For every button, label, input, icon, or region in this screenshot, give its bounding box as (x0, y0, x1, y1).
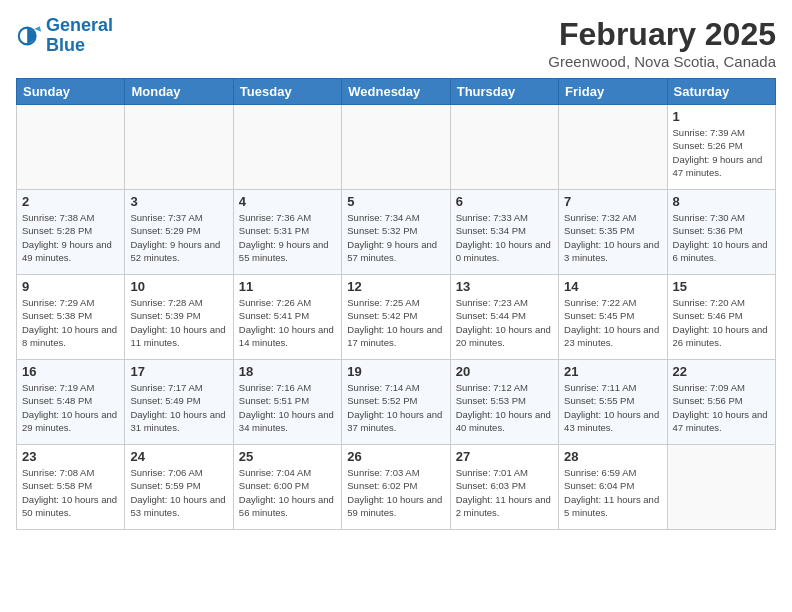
day-number: 18 (239, 364, 336, 379)
location-title: Greenwood, Nova Scotia, Canada (548, 53, 776, 70)
day-info: Sunrise: 7:30 AM Sunset: 5:36 PM Dayligh… (673, 211, 770, 264)
day-info: Sunrise: 7:37 AM Sunset: 5:29 PM Dayligh… (130, 211, 227, 264)
calendar-cell (342, 105, 450, 190)
week-row-3: 9Sunrise: 7:29 AM Sunset: 5:38 PM Daylig… (17, 275, 776, 360)
calendar-cell: 9Sunrise: 7:29 AM Sunset: 5:38 PM Daylig… (17, 275, 125, 360)
day-info: Sunrise: 7:03 AM Sunset: 6:02 PM Dayligh… (347, 466, 444, 519)
calendar-cell: 26Sunrise: 7:03 AM Sunset: 6:02 PM Dayli… (342, 445, 450, 530)
calendar-cell: 25Sunrise: 7:04 AM Sunset: 6:00 PM Dayli… (233, 445, 341, 530)
calendar-cell: 2Sunrise: 7:38 AM Sunset: 5:28 PM Daylig… (17, 190, 125, 275)
day-number: 3 (130, 194, 227, 209)
calendar-cell: 12Sunrise: 7:25 AM Sunset: 5:42 PM Dayli… (342, 275, 450, 360)
day-header-saturday: Saturday (667, 79, 775, 105)
calendar-cell: 16Sunrise: 7:19 AM Sunset: 5:48 PM Dayli… (17, 360, 125, 445)
calendar-cell (17, 105, 125, 190)
day-info: Sunrise: 7:11 AM Sunset: 5:55 PM Dayligh… (564, 381, 661, 434)
day-info: Sunrise: 7:09 AM Sunset: 5:56 PM Dayligh… (673, 381, 770, 434)
day-number: 12 (347, 279, 444, 294)
day-number: 8 (673, 194, 770, 209)
day-header-sunday: Sunday (17, 79, 125, 105)
logo-line1: General (46, 15, 113, 35)
calendar-cell: 18Sunrise: 7:16 AM Sunset: 5:51 PM Dayli… (233, 360, 341, 445)
calendar-cell: 8Sunrise: 7:30 AM Sunset: 5:36 PM Daylig… (667, 190, 775, 275)
calendar-cell (559, 105, 667, 190)
logo-text: General Blue (46, 16, 113, 56)
day-info: Sunrise: 7:36 AM Sunset: 5:31 PM Dayligh… (239, 211, 336, 264)
calendar-cell: 3Sunrise: 7:37 AM Sunset: 5:29 PM Daylig… (125, 190, 233, 275)
day-number: 13 (456, 279, 553, 294)
calendar-cell: 27Sunrise: 7:01 AM Sunset: 6:03 PM Dayli… (450, 445, 558, 530)
calendar-cell: 14Sunrise: 7:22 AM Sunset: 5:45 PM Dayli… (559, 275, 667, 360)
day-info: Sunrise: 7:06 AM Sunset: 5:59 PM Dayligh… (130, 466, 227, 519)
day-info: Sunrise: 7:12 AM Sunset: 5:53 PM Dayligh… (456, 381, 553, 434)
calendar-cell: 24Sunrise: 7:06 AM Sunset: 5:59 PM Dayli… (125, 445, 233, 530)
day-info: Sunrise: 7:28 AM Sunset: 5:39 PM Dayligh… (130, 296, 227, 349)
day-number: 26 (347, 449, 444, 464)
day-number: 27 (456, 449, 553, 464)
day-header-tuesday: Tuesday (233, 79, 341, 105)
calendar-cell: 4Sunrise: 7:36 AM Sunset: 5:31 PM Daylig… (233, 190, 341, 275)
calendar-cell (233, 105, 341, 190)
calendar-cell: 7Sunrise: 7:32 AM Sunset: 5:35 PM Daylig… (559, 190, 667, 275)
calendar-cell: 5Sunrise: 7:34 AM Sunset: 5:32 PM Daylig… (342, 190, 450, 275)
day-number: 15 (673, 279, 770, 294)
calendar-cell: 6Sunrise: 7:33 AM Sunset: 5:34 PM Daylig… (450, 190, 558, 275)
day-number: 7 (564, 194, 661, 209)
calendar-cell: 10Sunrise: 7:28 AM Sunset: 5:39 PM Dayli… (125, 275, 233, 360)
day-number: 24 (130, 449, 227, 464)
day-info: Sunrise: 7:17 AM Sunset: 5:49 PM Dayligh… (130, 381, 227, 434)
day-info: Sunrise: 7:16 AM Sunset: 5:51 PM Dayligh… (239, 381, 336, 434)
day-info: Sunrise: 7:08 AM Sunset: 5:58 PM Dayligh… (22, 466, 119, 519)
month-title: February 2025 (548, 16, 776, 53)
calendar-cell: 19Sunrise: 7:14 AM Sunset: 5:52 PM Dayli… (342, 360, 450, 445)
week-row-5: 23Sunrise: 7:08 AM Sunset: 5:58 PM Dayli… (17, 445, 776, 530)
day-number: 20 (456, 364, 553, 379)
day-header-wednesday: Wednesday (342, 79, 450, 105)
day-number: 16 (22, 364, 119, 379)
day-header-thursday: Thursday (450, 79, 558, 105)
day-number: 21 (564, 364, 661, 379)
header: General Blue February 2025 Greenwood, No… (16, 16, 776, 70)
calendar-cell: 15Sunrise: 7:20 AM Sunset: 5:46 PM Dayli… (667, 275, 775, 360)
day-info: Sunrise: 7:22 AM Sunset: 5:45 PM Dayligh… (564, 296, 661, 349)
logo-line2: Blue (46, 35, 85, 55)
day-number: 9 (22, 279, 119, 294)
calendar-cell (125, 105, 233, 190)
day-number: 25 (239, 449, 336, 464)
week-row-1: 1Sunrise: 7:39 AM Sunset: 5:26 PM Daylig… (17, 105, 776, 190)
day-number: 6 (456, 194, 553, 209)
day-number: 19 (347, 364, 444, 379)
day-number: 2 (22, 194, 119, 209)
calendar-cell: 22Sunrise: 7:09 AM Sunset: 5:56 PM Dayli… (667, 360, 775, 445)
calendar-cell: 1Sunrise: 7:39 AM Sunset: 5:26 PM Daylig… (667, 105, 775, 190)
calendar-cell: 21Sunrise: 7:11 AM Sunset: 5:55 PM Dayli… (559, 360, 667, 445)
day-number: 1 (673, 109, 770, 124)
calendar-cell: 20Sunrise: 7:12 AM Sunset: 5:53 PM Dayli… (450, 360, 558, 445)
day-info: Sunrise: 7:23 AM Sunset: 5:44 PM Dayligh… (456, 296, 553, 349)
day-number: 17 (130, 364, 227, 379)
day-info: Sunrise: 7:01 AM Sunset: 6:03 PM Dayligh… (456, 466, 553, 519)
day-info: Sunrise: 6:59 AM Sunset: 6:04 PM Dayligh… (564, 466, 661, 519)
title-area: February 2025 Greenwood, Nova Scotia, Ca… (548, 16, 776, 70)
day-number: 4 (239, 194, 336, 209)
day-number: 5 (347, 194, 444, 209)
logo-icon (16, 22, 44, 50)
day-info: Sunrise: 7:29 AM Sunset: 5:38 PM Dayligh… (22, 296, 119, 349)
calendar-cell: 23Sunrise: 7:08 AM Sunset: 5:58 PM Dayli… (17, 445, 125, 530)
day-info: Sunrise: 7:04 AM Sunset: 6:00 PM Dayligh… (239, 466, 336, 519)
week-row-4: 16Sunrise: 7:19 AM Sunset: 5:48 PM Dayli… (17, 360, 776, 445)
calendar-cell: 28Sunrise: 6:59 AM Sunset: 6:04 PM Dayli… (559, 445, 667, 530)
logo: General Blue (16, 16, 113, 56)
calendar-cell: 13Sunrise: 7:23 AM Sunset: 5:44 PM Dayli… (450, 275, 558, 360)
week-row-2: 2Sunrise: 7:38 AM Sunset: 5:28 PM Daylig… (17, 190, 776, 275)
day-number: 23 (22, 449, 119, 464)
day-info: Sunrise: 7:33 AM Sunset: 5:34 PM Dayligh… (456, 211, 553, 264)
day-number: 28 (564, 449, 661, 464)
day-header-monday: Monday (125, 79, 233, 105)
day-header-friday: Friday (559, 79, 667, 105)
calendar-cell: 17Sunrise: 7:17 AM Sunset: 5:49 PM Dayli… (125, 360, 233, 445)
day-info: Sunrise: 7:19 AM Sunset: 5:48 PM Dayligh… (22, 381, 119, 434)
day-info: Sunrise: 7:38 AM Sunset: 5:28 PM Dayligh… (22, 211, 119, 264)
day-number: 10 (130, 279, 227, 294)
day-info: Sunrise: 7:32 AM Sunset: 5:35 PM Dayligh… (564, 211, 661, 264)
